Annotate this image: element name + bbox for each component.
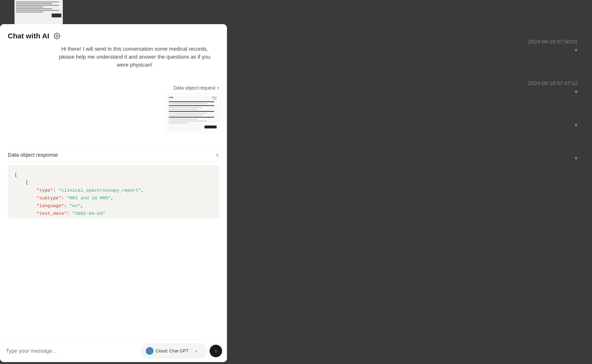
chevron-icon-3[interactable]: ▾ <box>370 122 578 128</box>
doc-logo: H•RI <box>169 96 173 99</box>
document-thumbnail: H•RI ReportDate <box>166 94 219 132</box>
code-block: [ { "type": "clinical_spectroscopy_repor… <box>8 165 219 218</box>
chevron-icon-2[interactable]: ▾ <box>370 88 578 95</box>
collapse-icon[interactable]: ∧ <box>216 152 219 158</box>
data-request-header[interactable]: Data object request ▾ <box>174 85 219 91</box>
chat-panel: Chat with AI Hi there! I will send in th… <box>0 24 227 362</box>
chevron-icon-4[interactable]: ▾ <box>370 155 578 162</box>
data-response-title: Data object response <box>8 152 58 158</box>
chevron-icon-1[interactable]: ▾ <box>370 47 578 54</box>
message-input[interactable] <box>5 346 138 356</box>
chevron-down-icon: ∨ <box>190 346 202 356</box>
messages-area: Hi there! I will send in this conversati… <box>0 45 227 362</box>
data-request-chevron: ▾ <box>217 86 219 90</box>
svg-point-0 <box>56 35 58 37</box>
user-message-1: Hi there! I will send in this conversati… <box>50 45 219 69</box>
gear-icon[interactable] <box>53 32 61 40</box>
send-icon: ↑ <box>215 348 217 354</box>
data-request-block: Data object request ▾ H•RI ReportDate <box>166 85 219 132</box>
timestamp-1: 2024-08-18 07:50:01 <box>370 39 578 45</box>
data-request-label: Data object request <box>174 85 215 91</box>
doc-info: ReportDate <box>211 96 217 100</box>
data-response-block: Data object response ∧ [ { "type": "clin… <box>8 149 219 218</box>
model-selector[interactable]: Cloud: Chat GPT ∨ <box>141 344 207 358</box>
ai-indicator <box>146 347 154 355</box>
background-document <box>14 0 63 24</box>
right-panel: 2024-08-18 07:50:01 ▾ 2024-08-18 07:47:1… <box>355 0 592 364</box>
data-response-header[interactable]: Data object response ∧ <box>8 149 219 161</box>
send-button[interactable]: ↑ <box>210 345 222 357</box>
input-area: Cloud: Chat GPT ∨ ↑ <box>0 340 227 362</box>
chat-header: Chat with AI <box>0 24 227 45</box>
chat-title: Chat with AI <box>8 32 49 40</box>
model-label: Cloud: Chat GPT <box>155 349 189 354</box>
timestamp-2: 2024-08-18 07:47:12 <box>370 80 578 86</box>
